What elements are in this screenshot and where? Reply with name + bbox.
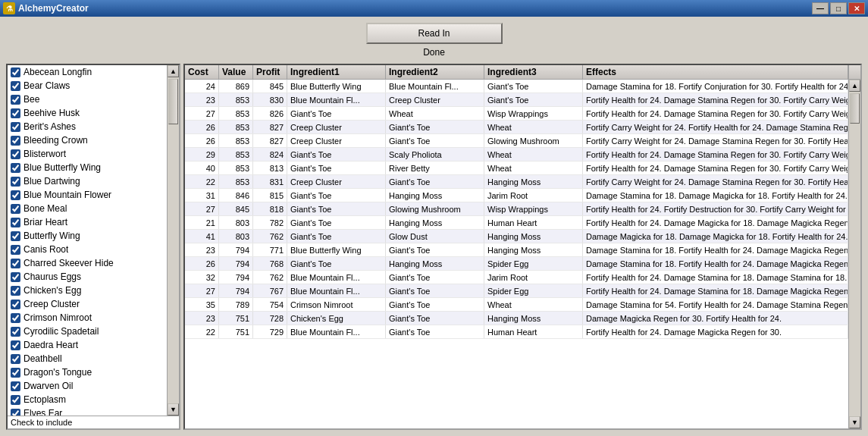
- list-item[interactable]: Chaurus Eggs: [8, 270, 167, 284]
- ingredient-checkbox[interactable]: [11, 313, 20, 323]
- table-cell: Fortify Health for 24. Fortify Destructi…: [583, 202, 848, 215]
- list-item[interactable]: Bleeding Crown: [8, 133, 167, 147]
- table-row[interactable]: 21803782Giant's ToeHanging MossHuman Hea…: [185, 216, 848, 230]
- table-row[interactable]: 32794762Blue Mountain Fl...Giant's ToeJa…: [185, 271, 848, 284]
- table-row[interactable]: 29853824Giant's ToeScaly PholiotaWheatFo…: [185, 148, 848, 162]
- ingredient-checkbox[interactable]: [11, 136, 20, 146]
- ingredient-checkbox[interactable]: [11, 67, 20, 77]
- table-row[interactable]: 23751728Chicken's EggGiant's ToeHanging …: [185, 312, 848, 325]
- list-item[interactable]: Creep Cluster: [8, 297, 167, 311]
- table-row[interactable]: 27794767Blue Mountain Fl...Giant's ToeSp…: [185, 284, 848, 298]
- table-row[interactable]: 41803762Giant's ToeGlow DustHanging Moss…: [185, 230, 848, 243]
- ingredient-checkbox[interactable]: [11, 300, 20, 309]
- table-cell: Jarim Root: [484, 189, 583, 202]
- list-item[interactable]: Dragon's Tongue: [8, 365, 167, 379]
- table-row[interactable]: 26794768Giant's ToeHanging MossSpider Eg…: [185, 257, 848, 271]
- scroll-up-btn[interactable]: ▲: [168, 65, 179, 77]
- list-item[interactable]: Charred Skeever Hide: [8, 256, 167, 270]
- left-scrollbar[interactable]: ▲ ▼: [167, 65, 179, 416]
- table-row[interactable]: 31846815Giant's ToeHanging MossJarim Roo…: [185, 189, 848, 202]
- ingredient-checkbox[interactable]: [11, 95, 20, 105]
- list-item[interactable]: Butterfly Wing: [8, 229, 167, 243]
- list-item[interactable]: Blue Mountain Flower: [8, 188, 167, 202]
- ingredient-checkbox[interactable]: [11, 259, 20, 268]
- ingredient-checkbox[interactable]: [11, 409, 20, 416]
- col-header-effects[interactable]: Effects: [583, 65, 848, 79]
- list-item[interactable]: Briar Heart: [8, 215, 167, 229]
- table-row[interactable]: 40853813Giant's ToeRiver BettyWheatForti…: [185, 162, 848, 175]
- col-header-ing1[interactable]: Ingredient1: [287, 65, 386, 79]
- list-item[interactable]: Bone Meal: [8, 202, 167, 215]
- table-body[interactable]: 24869845Blue Butterfly WingBlue Mountain…: [185, 80, 848, 428]
- list-item[interactable]: Canis Root: [8, 243, 167, 256]
- table-row[interactable]: 22751729Blue Mountain Fl...Giant's ToeHu…: [185, 325, 848, 339]
- table-row[interactable]: 23794771Blue Butterfly WingGiant's ToeHa…: [185, 243, 848, 257]
- list-item[interactable]: Blue Butterfly Wing: [8, 161, 167, 174]
- list-item[interactable]: Deathbell: [8, 352, 167, 365]
- col-header-cost[interactable]: Cost: [185, 65, 219, 79]
- ingredient-checkbox[interactable]: [11, 231, 20, 241]
- list-item[interactable]: Daedra Heart: [8, 338, 167, 352]
- table-cell: 826: [253, 107, 287, 120]
- ingredient-checkbox[interactable]: [11, 218, 20, 227]
- right-scroll-up-btn[interactable]: ▲: [849, 80, 860, 92]
- list-item[interactable]: Bee: [8, 93, 167, 106]
- table-row[interactable]: 26853827Creep ClusterGiant's ToeGlowing …: [185, 134, 848, 148]
- right-scroll-thumb[interactable]: [850, 93, 860, 124]
- ingredient-checkbox[interactable]: [11, 81, 20, 91]
- table-cell: Wisp Wrappings: [484, 107, 583, 120]
- list-item[interactable]: Elves Ear: [8, 406, 167, 416]
- table-row[interactable]: 24869845Blue Butterfly WingBlue Mountain…: [185, 80, 848, 93]
- ingredient-checkbox[interactable]: [11, 163, 20, 173]
- ingredient-checkbox[interactable]: [11, 204, 20, 214]
- table-cell: Crimson Nimroot: [287, 298, 386, 311]
- close-button[interactable]: ✕: [848, 2, 865, 14]
- read-in-button[interactable]: Read In: [366, 23, 503, 44]
- ingredient-checkbox[interactable]: [11, 354, 20, 364]
- col-header-value[interactable]: Value: [219, 65, 253, 79]
- col-header-profit[interactable]: Profit: [253, 65, 287, 79]
- scroll-down-btn[interactable]: ▼: [168, 403, 179, 416]
- ingredient-checkbox[interactable]: [11, 286, 20, 296]
- ingredient-checkbox[interactable]: [11, 327, 20, 337]
- list-item[interactable]: Ectoplasm: [8, 393, 167, 406]
- table-row[interactable]: 22853831Creep ClusterGiant's ToeHanging …: [185, 175, 848, 189]
- table-cell: Hanging Moss: [386, 216, 484, 229]
- list-item[interactable]: Cyrodilic Spadetail: [8, 325, 167, 338]
- table-row[interactable]: 27845818Giant's ToeGlowing MushroomWisp …: [185, 202, 848, 216]
- ingredient-checkbox[interactable]: [11, 149, 20, 159]
- ingredient-checkbox[interactable]: [11, 381, 20, 391]
- maximize-button[interactable]: □: [830, 2, 847, 14]
- minimize-button[interactable]: —: [812, 2, 829, 14]
- ingredient-checkbox[interactable]: [11, 190, 20, 200]
- ingredient-checkbox[interactable]: [11, 395, 20, 405]
- col-header-ing2[interactable]: Ingredient2: [386, 65, 484, 79]
- scroll-thumb[interactable]: [168, 79, 178, 124]
- ingredient-checkbox[interactable]: [11, 122, 20, 132]
- list-item[interactable]: Blisterwort: [8, 147, 167, 161]
- ingredient-checkbox[interactable]: [11, 245, 20, 255]
- right-scroll-down-btn[interactable]: ▼: [849, 416, 860, 428]
- list-item[interactable]: Beehive Husk: [8, 106, 167, 120]
- ingredient-checkbox[interactable]: [11, 272, 20, 282]
- ingredient-list[interactable]: Abecean LongfinBear ClawsBeeBeehive Husk…: [8, 65, 167, 416]
- list-item[interactable]: Crimson Nimroot: [8, 311, 167, 325]
- table-row[interactable]: 26853827Creep ClusterGiant's ToeWheatFor…: [185, 121, 848, 134]
- col-header-ing3[interactable]: Ingredient3: [484, 65, 583, 79]
- list-item[interactable]: Dwarven Oil: [8, 379, 167, 393]
- list-item[interactable]: Chicken's Egg: [8, 284, 167, 297]
- list-item[interactable]: Blue Dartwing: [8, 174, 167, 188]
- window: ⚗ AlchemyCreator — □ ✕ Read In Done Abec…: [0, 0, 868, 436]
- ingredient-checkbox[interactable]: [11, 340, 20, 350]
- ingredient-checkbox[interactable]: [11, 177, 20, 187]
- list-item[interactable]: Abecean Longfin: [8, 65, 167, 79]
- ingredient-checkbox[interactable]: [11, 368, 20, 378]
- table-row[interactable]: 35789754Crimson NimrootGiant's ToeWheatD…: [185, 298, 848, 312]
- list-item[interactable]: Bear Claws: [8, 79, 167, 93]
- table-cell: Damage Stamina for 18. Fortify Health fo…: [583, 243, 848, 256]
- ingredient-checkbox[interactable]: [11, 108, 20, 118]
- list-item[interactable]: Berit's Ashes: [8, 120, 167, 133]
- right-scrollbar[interactable]: ▲ ▼: [848, 80, 860, 428]
- table-row[interactable]: 27853826Giant's ToeWheatWisp WrappingsFo…: [185, 107, 848, 121]
- table-row[interactable]: 23853830Blue Mountain Fl...Creep Cluster…: [185, 93, 848, 107]
